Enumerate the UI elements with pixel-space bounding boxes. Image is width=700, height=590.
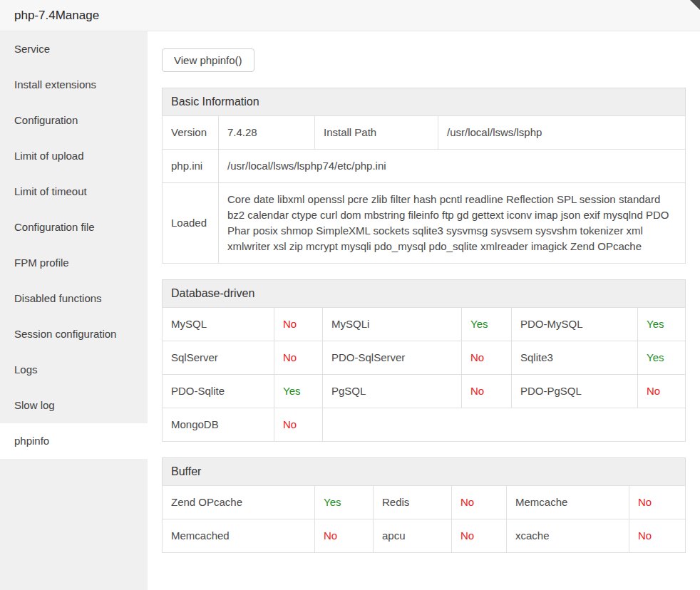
window-titlebar: php-7.4Manage bbox=[0, 0, 700, 31]
table-row: Version 7.4.28 Install Path /usr/local/l… bbox=[163, 116, 686, 150]
sidebar-item-session-configuration[interactable]: Session configuration bbox=[0, 316, 148, 352]
extension-name: apcu bbox=[374, 519, 452, 553]
phpini-label: php.ini bbox=[163, 150, 219, 183]
extension-status: No bbox=[462, 341, 512, 375]
table-row: PDO-Sqlite Yes PgSQL No PDO-PgSQL No bbox=[163, 375, 686, 408]
table-row: php.ini /usr/local/lsws/lsphp74/etc/php.… bbox=[163, 150, 686, 183]
buffer-title: Buffer bbox=[162, 457, 686, 486]
empty-cell bbox=[323, 408, 686, 442]
table-row: MongoDB No bbox=[163, 408, 686, 442]
sidebar-item-slow-log[interactable]: Slow log bbox=[0, 388, 148, 423]
extension-name: Redis bbox=[374, 486, 452, 519]
view-phpinfo-button[interactable]: View phpinfo() bbox=[162, 48, 254, 72]
extension-status: Yes bbox=[638, 341, 686, 375]
phpini-value: /usr/local/lsws/lsphp74/etc/php.ini bbox=[219, 150, 686, 183]
extension-name: Sqlite3 bbox=[512, 341, 638, 375]
extension-status: Yes bbox=[638, 308, 686, 341]
extension-status: No bbox=[629, 519, 686, 553]
table-row: MySQL No MySQLi Yes PDO-MySQL Yes bbox=[163, 308, 686, 341]
extension-status: No bbox=[315, 519, 374, 553]
corner-scroll-mark-icon bbox=[690, 0, 700, 10]
sidebar-item-fpm-profile[interactable]: FPM profile bbox=[0, 245, 148, 281]
extension-status: No bbox=[452, 519, 507, 553]
page-title: php-7.4Manage bbox=[14, 9, 99, 23]
extension-status: No bbox=[629, 486, 686, 519]
extension-status: No bbox=[462, 375, 512, 408]
extension-name: xcache bbox=[507, 519, 629, 553]
extension-status: Yes bbox=[462, 308, 512, 341]
extension-status: No bbox=[274, 308, 323, 341]
extension-name: Memcache bbox=[507, 486, 629, 519]
buffer-section: Buffer Zend OPcache Yes Redis No Memcach… bbox=[162, 457, 686, 553]
sidebar-item-service[interactable]: Service bbox=[0, 31, 148, 67]
main-layout: Service Install extensions Configuration… bbox=[0, 31, 700, 590]
basic-information-table: Version 7.4.28 Install Path /usr/local/l… bbox=[162, 115, 686, 264]
sidebar-item-limit-of-timeout[interactable]: Limit of timeout bbox=[0, 174, 148, 209]
extension-name: PDO-PgSQL bbox=[512, 375, 638, 408]
extension-name: PDO-Sqlite bbox=[163, 375, 274, 408]
version-value: 7.4.28 bbox=[219, 116, 315, 150]
extension-name: MySQL bbox=[163, 308, 274, 341]
extension-status: Yes bbox=[315, 486, 374, 519]
sidebar: Service Install extensions Configuration… bbox=[0, 31, 148, 590]
table-row: Zend OPcache Yes Redis No Memcache No bbox=[163, 486, 686, 519]
table-row: Loaded Core date libxml openssl pcre zli… bbox=[163, 183, 686, 264]
buffer-table: Zend OPcache Yes Redis No Memcache No Me… bbox=[162, 485, 686, 553]
extension-name: SqlServer bbox=[163, 341, 274, 375]
database-driven-section: Database-driven MySQL No MySQLi Yes PDO-… bbox=[162, 279, 686, 442]
basic-information-section: Basic Information Version 7.4.28 Install… bbox=[162, 88, 686, 264]
table-row: Memcached No apcu No xcache No bbox=[163, 519, 686, 553]
extension-name: MongoDB bbox=[163, 408, 274, 442]
sidebar-item-logs[interactable]: Logs bbox=[0, 352, 148, 388]
extension-name: PDO-SqlServer bbox=[323, 341, 462, 375]
version-label: Version bbox=[163, 116, 219, 150]
sidebar-item-phpinfo[interactable]: phpinfo bbox=[0, 423, 148, 459]
extension-name: Memcached bbox=[163, 519, 315, 553]
extension-name: PgSQL bbox=[323, 375, 462, 408]
extension-status: No bbox=[638, 375, 686, 408]
content-panel: View phpinfo() Basic Information Version… bbox=[148, 31, 700, 590]
loaded-extensions-value: Core date libxml openssl pcre zlib filte… bbox=[219, 183, 686, 264]
extension-status: No bbox=[452, 486, 507, 519]
extension-name: MySQLi bbox=[323, 308, 462, 341]
install-path-label: Install Path bbox=[315, 116, 438, 150]
database-driven-title: Database-driven bbox=[162, 279, 686, 308]
extension-status: No bbox=[274, 341, 323, 375]
basic-information-title: Basic Information bbox=[162, 88, 686, 116]
sidebar-item-configuration[interactable]: Configuration bbox=[0, 103, 148, 138]
extension-name: PDO-MySQL bbox=[512, 308, 638, 341]
database-driven-table: MySQL No MySQLi Yes PDO-MySQL Yes SqlSer… bbox=[162, 307, 686, 442]
extension-name: Zend OPcache bbox=[163, 486, 315, 519]
sidebar-item-install-extensions[interactable]: Install extensions bbox=[0, 67, 148, 103]
sidebar-item-disabled-functions[interactable]: Disabled functions bbox=[0, 281, 148, 316]
install-path-value: /usr/local/lsws/lsphp bbox=[438, 116, 686, 150]
table-row: SqlServer No PDO-SqlServer No Sqlite3 Ye… bbox=[163, 341, 686, 375]
extension-status: Yes bbox=[274, 375, 323, 408]
loaded-label: Loaded bbox=[163, 183, 219, 264]
sidebar-item-limit-of-upload[interactable]: Limit of upload bbox=[0, 138, 148, 174]
extension-status: No bbox=[274, 408, 323, 442]
sidebar-item-configuration-file[interactable]: Configuration file bbox=[0, 209, 148, 245]
